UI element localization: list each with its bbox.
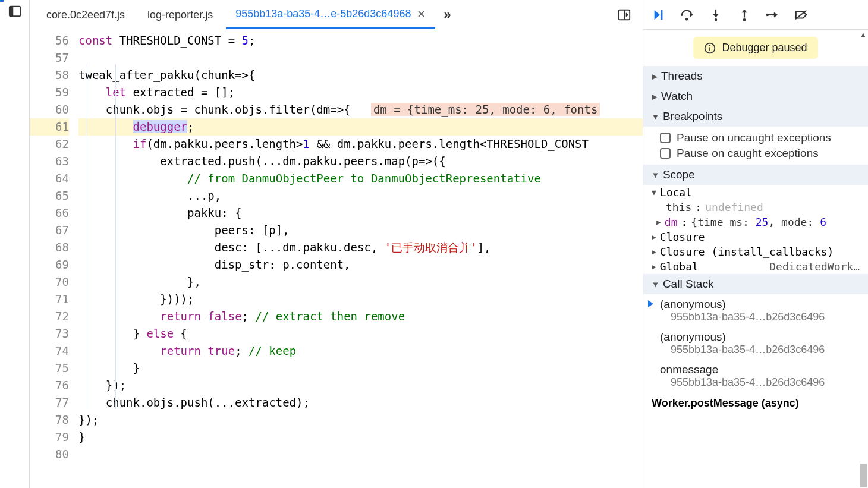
chevron-down-icon: ▼: [652, 171, 659, 180]
svg-rect-1: [9, 7, 12, 17]
scope-value: undefined: [705, 201, 763, 213]
section-scope[interactable]: ▼Scope: [643, 165, 868, 185]
scope-label: Closure: [660, 231, 705, 243]
close-icon[interactable]: ✕: [417, 8, 426, 21]
scope-label: Local: [660, 186, 692, 199]
section-callstack[interactable]: ▼Call Stack: [643, 274, 868, 294]
checkbox-label: Pause on uncaught exceptions: [677, 131, 831, 144]
stack-frame-source: 955bb13a-ba35-4…b26d3c6496: [660, 376, 860, 389]
debugger-toolbar: [643, 0, 868, 30]
chevron-down-icon: ▼: [652, 280, 659, 289]
stack-frame-0[interactable]: (anonymous) 955bb13a-ba35-4…b26d3c6496: [643, 294, 868, 327]
scope-global[interactable]: ▶GlobalDedicatedWork…: [643, 259, 868, 274]
chevron-down-icon: ▼: [652, 188, 656, 197]
chevron-right-icon: ▶: [656, 218, 661, 226]
svg-point-21: [709, 45, 711, 46]
svg-marker-2: [14, 9, 16, 13]
svg-marker-11: [713, 14, 718, 18]
status-row: Debugger paused: [643, 30, 868, 66]
scroll-thumb[interactable]: [860, 464, 867, 487]
pause-caught-row[interactable]: Pause on caught exceptions: [652, 146, 868, 161]
section-threads[interactable]: ▶Threads: [643, 66, 868, 86]
scope-closure[interactable]: ▶Closure: [643, 229, 868, 244]
editor-area: core.0c2eed7f.js log-reporter.js 955bb13…: [30, 0, 643, 488]
chevron-right-icon: ▶: [652, 247, 656, 256]
section-label: Breakpoints: [663, 110, 722, 123]
step-into-button[interactable]: [709, 8, 723, 22]
section-watch[interactable]: ▶Watch: [643, 86, 868, 106]
pause-uncaught-row[interactable]: Pause on uncaught exceptions: [652, 130, 868, 146]
deactivate-breakpoints-button[interactable]: [794, 8, 809, 22]
scope-local[interactable]: ▼Local: [643, 185, 868, 200]
step-over-button[interactable]: [680, 8, 694, 22]
tab-active[interactable]: 955bb13a-ba35-4…e-5b26d3c64968 ✕: [226, 1, 435, 29]
panel-toggle[interactable]: [0, 0, 30, 488]
tab-core[interactable]: core.0c2eed7f.js: [37, 1, 134, 29]
scope-key: this: [666, 201, 691, 213]
svg-point-15: [743, 18, 746, 21]
run-panel-icon[interactable]: [613, 8, 636, 21]
debugger-panel: Debugger paused ▶Threads ▶Watch ▼Breakpo…: [643, 0, 868, 488]
step-out-button[interactable]: [737, 8, 751, 22]
scope-value: DedicatedWork…: [769, 260, 860, 273]
stack-frame-2[interactable]: onmessage 955bb13a-ba35-4…b26d3c6496: [643, 360, 868, 392]
scope-label: Global: [660, 260, 699, 273]
scope-key: dm: [665, 216, 678, 228]
scroll-up-icon[interactable]: ▲: [858, 30, 868, 39]
tab-label: core.0c2eed7f.js: [46, 9, 125, 21]
step-button[interactable]: [766, 8, 780, 22]
svg-marker-6: [655, 10, 660, 20]
scope-value: {time_ms: 25, mode: 6: [691, 216, 826, 228]
tab-overflow-icon[interactable]: »: [439, 7, 455, 23]
code-body: const THRESHOLD_CONST = 5;tweak_after_pa…: [78, 30, 643, 488]
svg-point-18: [766, 13, 769, 16]
svg-marker-14: [741, 9, 747, 12]
chevron-down-icon: ▼: [652, 112, 659, 121]
stack-frame-1[interactable]: (anonymous) 955bb13a-ba35-4…b26d3c6496: [643, 327, 868, 360]
stack-frame-name: onmessage: [660, 363, 860, 376]
status-text: Debugger paused: [722, 42, 807, 54]
section-label: Call Stack: [663, 278, 714, 291]
tab-label: log-reporter.js: [147, 9, 213, 21]
scope-dm[interactable]: ▶ dm: {time_ms: 25, mode: 6: [643, 215, 868, 229]
scrollbar-vertical[interactable]: ▲: [858, 30, 868, 488]
tab-label: 955bb13a-ba35-4…e-5b26d3c64968: [235, 8, 411, 20]
tab-bar: core.0c2eed7f.js log-reporter.js 955bb13…: [30, 0, 643, 30]
svg-marker-4: [626, 12, 629, 17]
checkbox[interactable]: [660, 133, 671, 143]
stack-frame-name: (anonymous): [660, 298, 860, 311]
section-breakpoints[interactable]: ▼Breakpoints: [643, 106, 868, 127]
svg-rect-7: [661, 10, 663, 20]
section-label: Watch: [661, 90, 693, 103]
checkbox-label: Pause on caught exceptions: [677, 147, 819, 160]
chevron-right-icon: ▶: [652, 92, 658, 101]
section-label: Threads: [661, 70, 703, 83]
dock-left-icon: [8, 5, 21, 18]
stack-frame-source: 955bb13a-ba35-4…b26d3c6496: [660, 344, 860, 356]
stack-frame-source: 955bb13a-ba35-4…b26d3c6496: [660, 311, 860, 323]
chevron-right-icon: ▶: [652, 72, 658, 81]
svg-point-9: [685, 18, 688, 21]
chevron-right-icon: ▶: [652, 232, 656, 241]
scope-this: this: undefined: [643, 200, 868, 215]
svg-marker-17: [774, 12, 778, 17]
scope-closure-install[interactable]: ▶Closure (install_callbacks): [643, 244, 868, 259]
debugger-status-badge: Debugger paused: [693, 37, 817, 59]
chevron-right-icon: ▶: [652, 262, 656, 271]
svg-rect-22: [710, 47, 711, 51]
stack-frame-name: (anonymous): [660, 330, 860, 344]
svg-point-12: [715, 18, 718, 21]
resume-button[interactable]: [652, 8, 666, 22]
tab-log-reporter[interactable]: log-reporter.js: [138, 1, 222, 29]
stack-async-boundary: Worker.postMessage (async): [643, 392, 868, 414]
scope-label: Closure (install_callbacks): [660, 245, 834, 258]
breakpoints-body: Pause on uncaught exceptions Pause on ca…: [643, 127, 868, 165]
code-editor[interactable]: 5657585960616263646566676869707172737475…: [30, 30, 643, 488]
checkbox[interactable]: [660, 148, 671, 159]
gutter: 5657585960616263646566676869707172737475…: [30, 30, 78, 488]
info-icon: [704, 42, 716, 54]
section-label: Scope: [663, 168, 695, 181]
